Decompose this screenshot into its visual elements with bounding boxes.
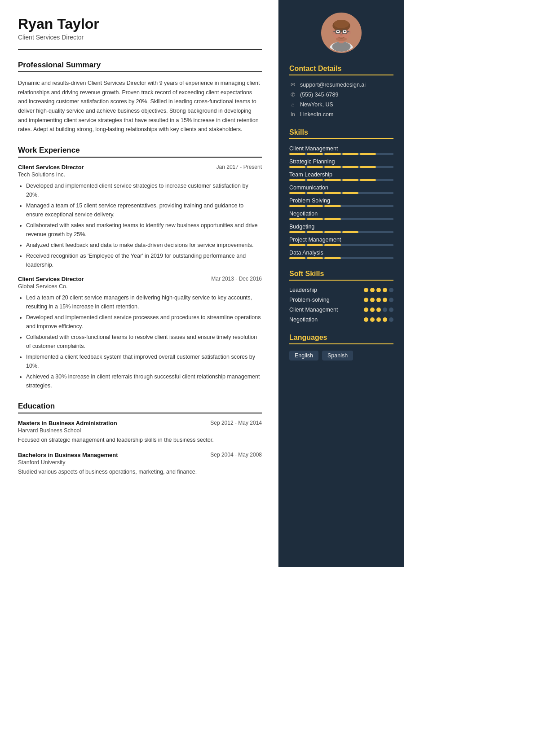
languages-list: EnglishSpanish <box>289 351 393 360</box>
languages-section: Languages EnglishSpanish <box>289 334 393 360</box>
svg-point-6 <box>334 20 349 28</box>
job-title-1: Client Services Director <box>18 164 84 171</box>
contact-section: Contact Details ✉ support@resumedesign.a… <box>289 65 393 118</box>
job-title-2: Client Services Director <box>18 276 84 282</box>
list-item: Developed and implemented client service… <box>26 181 262 199</box>
languages-heading: Languages <box>289 334 393 344</box>
svg-point-18 <box>340 34 343 36</box>
job-date-1: Jan 2017 - Present <box>216 164 262 170</box>
soft-skills-section: Soft Skills LeadershipProblem-solvingCli… <box>289 270 393 323</box>
edu-desc-2: Studied various aspects of business oper… <box>18 467 262 476</box>
contact-email-text: support@resumedesign.ai <box>300 82 366 88</box>
skill-item: Problem Solving <box>289 198 393 207</box>
soft-skills-list: LeadershipProblem-solvingClient Manageme… <box>289 287 393 323</box>
candidate-title: Client Services Director <box>18 34 262 41</box>
language-tag: Spanish <box>322 351 353 360</box>
skill-item: Client Management <box>289 145 393 155</box>
right-panel: Contact Details ✉ support@resumedesign.a… <box>278 0 404 567</box>
left-panel: Ryan Taylor Client Services Director Pro… <box>0 0 278 567</box>
location-icon: ⌂ <box>289 101 296 108</box>
svg-point-7 <box>332 30 335 34</box>
skill-item: Team Leadership <box>289 171 393 181</box>
experience-heading: Work Experience <box>18 146 262 158</box>
list-item: Collaborated with sales and marketing te… <box>26 221 262 239</box>
job-company-2: Global Services Co. <box>18 283 262 290</box>
job-entry-2: Client Services Director Mar 2013 - Dec … <box>18 276 262 390</box>
job-date-2: Mar 2013 - Dec 2016 <box>211 276 262 282</box>
job-entry-1: Client Services Director Jan 2017 - Pres… <box>18 164 262 269</box>
header-divider <box>18 49 262 50</box>
edu-date-2: Sep 2004 - May 2008 <box>210 452 262 458</box>
contact-linkedin: in LinkedIn.com <box>289 111 393 118</box>
soft-skill-item: Leadership <box>289 287 393 293</box>
contact-email: ✉ support@resumedesign.ai <box>289 82 393 88</box>
list-item: Received recognition as 'Employee of the… <box>26 251 262 269</box>
skill-item: Communication <box>289 185 393 194</box>
experience-section: Work Experience Client Services Director… <box>18 146 262 390</box>
list-item: Developed and implemented client service… <box>26 313 262 331</box>
linkedin-icon: in <box>289 111 296 118</box>
skill-item: Negotiation <box>289 211 393 220</box>
job-bullets-1: Developed and implemented client service… <box>18 181 262 269</box>
contact-phone-text: (555) 345-6789 <box>300 92 338 98</box>
skill-item: Project Management <box>289 237 393 246</box>
list-item: Achieved a 30% increase in client referr… <box>26 372 262 390</box>
avatar-container <box>289 13 393 53</box>
soft-skills-heading: Soft Skills <box>289 270 393 281</box>
skills-list: Client ManagementStrategic PlanningTeam … <box>289 145 393 259</box>
summary-heading: Professional Summary <box>18 61 262 72</box>
summary-text: Dynamic and results-driven Client Servic… <box>18 79 262 134</box>
contact-linkedin-text: LinkedIn.com <box>300 111 333 118</box>
edu-school-1: Harvard Business School <box>18 427 262 434</box>
skill-item: Data Analysis <box>289 250 393 259</box>
svg-point-8 <box>348 30 351 34</box>
edu-school-2: Stanford University <box>18 459 262 466</box>
education-section: Education Masters in Business Administra… <box>18 402 262 476</box>
email-icon: ✉ <box>289 82 296 88</box>
job-bullets-2: Led a team of 20 client service managers… <box>18 293 262 390</box>
svg-point-17 <box>344 31 346 32</box>
soft-skill-item: Negotiation <box>289 316 393 323</box>
phone-icon: ✆ <box>289 92 296 98</box>
avatar <box>321 13 362 53</box>
skill-item: Strategic Planning <box>289 158 393 168</box>
svg-point-19 <box>336 37 347 41</box>
contact-phone: ✆ (555) 345-6789 <box>289 92 393 98</box>
edu-entry-2: Bachelors in Business Management Sep 200… <box>18 452 262 476</box>
soft-skill-item: Problem-solving <box>289 297 393 303</box>
education-heading: Education <box>18 402 262 413</box>
soft-skill-item: Client Management <box>289 307 393 313</box>
edu-degree-2: Bachelors in Business Management <box>18 452 118 458</box>
job-company-1: Tech Solutions Inc. <box>18 171 262 178</box>
contact-location: ⌂ NewYork, US <box>289 101 393 108</box>
contact-location-text: NewYork, US <box>300 101 333 108</box>
list-item: Led a team of 20 client service managers… <box>26 293 262 311</box>
skills-heading: Skills <box>289 128 393 139</box>
contact-heading: Contact Details <box>289 65 393 75</box>
skills-section: Skills Client ManagementStrategic Planni… <box>289 128 393 259</box>
summary-section: Professional Summary Dynamic and results… <box>18 61 262 134</box>
skill-item: Budgeting <box>289 224 393 233</box>
candidate-name: Ryan Taylor <box>18 16 262 32</box>
edu-entry-1: Masters in Business Administration Sep 2… <box>18 420 262 444</box>
edu-desc-1: Focused on strategic management and lead… <box>18 435 262 444</box>
edu-degree-1: Masters in Business Administration <box>18 420 117 426</box>
list-item: Collaborated with cross-functional teams… <box>26 333 262 351</box>
list-item: Implemented a client feedback system tha… <box>26 352 262 370</box>
list-item: Managed a team of 15 client service repr… <box>26 201 262 219</box>
name-block: Ryan Taylor Client Services Director <box>18 16 262 41</box>
list-item: Analyzed client feedback and data to mak… <box>26 241 262 250</box>
language-tag: English <box>289 351 318 360</box>
edu-date-1: Sep 2012 - May 2014 <box>210 420 262 426</box>
svg-point-16 <box>337 31 339 32</box>
